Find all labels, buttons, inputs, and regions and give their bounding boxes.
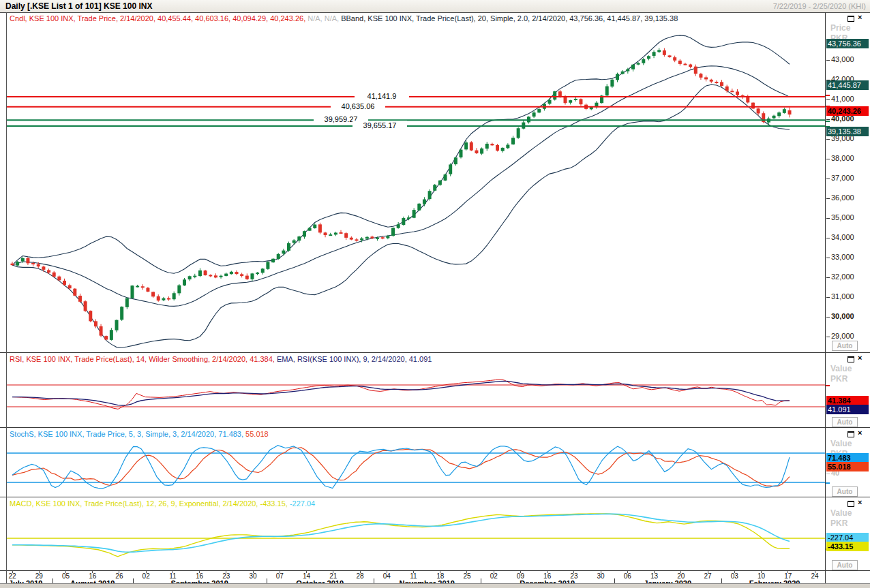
price-axis-tick-dash [826, 119, 830, 120]
price-axis-tick-label: 33,000 [831, 253, 854, 261]
chart-window: Daily [.KSE List 1 of 101] KSE 100 INX 7… [0, 0, 870, 588]
price-axis-tick-dash [826, 99, 830, 100]
maximize-icon[interactable] [847, 501, 854, 507]
price-axis-tick-label: 35,000 [831, 213, 854, 221]
macd-axis-badge: -227.04 [826, 533, 869, 542]
macd-axis-title: Value [830, 508, 852, 518]
window-bottom-strip [0, 583, 870, 588]
price-axis-tick-dash [826, 317, 830, 318]
price-axis-tick-label: 30,000 [831, 312, 854, 320]
day-tick-label: 30 [594, 572, 608, 580]
stoch-auto-button[interactable]: Auto [832, 486, 858, 497]
macd-axis-badge: -433.15 [826, 542, 869, 551]
price-axis-tick-dash [826, 60, 830, 61]
stoch-axis-title: Value [830, 439, 852, 448]
stoch-axis-tick-dash [826, 474, 830, 474]
rsi-level-dash [825, 385, 830, 386]
stoch-axis-badge: 55.018 [826, 462, 869, 471]
price-axis-tick-label: 32,000 [831, 273, 854, 281]
price-auto-button[interactable]: Auto [832, 341, 858, 351]
price-axis-tick-label: 38,000 [831, 154, 854, 162]
price-chart-canvas[interactable] [7, 12, 825, 353]
price-axis-tick-dash [826, 159, 830, 159]
price-axis-tick-label: 37,000 [831, 174, 854, 182]
price-axis-tick-label: 36,000 [831, 194, 854, 202]
stoch-level-dash [825, 482, 830, 484]
price-axis-tick-dash [826, 179, 830, 179]
rsi-axis-badge: 41.091 [826, 405, 869, 414]
price-axis-tick-dash [826, 238, 830, 238]
price-axis-badge: 43,756.36 [826, 39, 869, 48]
price-axis-tick-dash [826, 337, 830, 337]
chart-title: Daily [.KSE List 1 of 101] KSE 100 INX [5, 1, 152, 11]
stoch-chart-canvas[interactable] [7, 428, 825, 497]
macd-auto-button[interactable]: Auto [832, 560, 858, 570]
price-axis-tick-dash [826, 277, 830, 278]
price-axis-title: Price [830, 23, 850, 33]
level-line-label[interactable]: 40,635.06 [331, 102, 385, 111]
pane-separator [0, 570, 870, 571]
maximize-icon[interactable] [847, 431, 854, 437]
date-range-label: 7/22/2019 - 2/25/2020 (KHI) [773, 2, 866, 10]
pane-separator [0, 427, 870, 428]
price-level-dash [825, 121, 830, 122]
day-tick-label: 30 [246, 572, 260, 580]
price-axis-tick-label: 43,000 [831, 55, 854, 63]
price-axis-badge: 39,135.38 [826, 127, 869, 136]
price-axis-tick-label: 31,000 [831, 292, 854, 300]
price-axis-tick-label: 41,000 [831, 95, 854, 103]
macd-chart-canvas[interactable] [7, 497, 825, 571]
plot-left-border [6, 12, 7, 583]
price-axis-badge: 41,445.87 [826, 80, 869, 90]
day-tick-label: 02 [487, 572, 500, 580]
bollinger-band-lines [12, 35, 790, 347]
window-titlebar: Daily [.KSE List 1 of 101] KSE 100 INX 7… [0, 0, 870, 13]
rsi-axis-badge: 41.384 [826, 396, 869, 405]
pane-separator [0, 352, 870, 353]
rsi-auto-button[interactable]: Auto [832, 417, 858, 427]
level-line-label[interactable]: 41,141.9 [355, 91, 409, 101]
maximize-icon[interactable] [847, 16, 854, 22]
price-axis-tick-dash [826, 218, 830, 219]
level-line-label[interactable]: 39,655.17 [352, 121, 407, 130]
stoch-axis-badge: 71.483 [826, 453, 869, 463]
price-axis-badge: 40,243.26 [826, 106, 869, 116]
price-axis-tick-label: 34,000 [831, 233, 854, 241]
axis-left-border [825, 12, 826, 583]
rsi-axis-title: Value [830, 364, 852, 373]
close-icon[interactable]: × [858, 354, 862, 362]
price-level-dash [825, 95, 830, 96]
close-icon[interactable]: × [858, 429, 862, 437]
price-axis-tick-dash [826, 198, 830, 199]
maximize-icon[interactable] [847, 356, 854, 362]
price-axis-tick-dash [826, 297, 830, 298]
day-tick-label: 02 [139, 572, 153, 580]
macd-axis-unit: PKR [830, 519, 847, 528]
pane-separator [0, 497, 870, 497]
price-axis-tick-label: 29,000 [831, 332, 854, 340]
close-icon[interactable]: × [858, 13, 862, 21]
rsi-chart-canvas[interactable] [7, 353, 825, 428]
price-axis-tick-dash [826, 258, 830, 258]
horizontal-level-lines[interactable] [7, 97, 825, 126]
close-icon[interactable]: × [858, 498, 862, 506]
rsi-axis-unit: PKR [830, 374, 847, 384]
price-axis-tick-dash [826, 139, 830, 140]
